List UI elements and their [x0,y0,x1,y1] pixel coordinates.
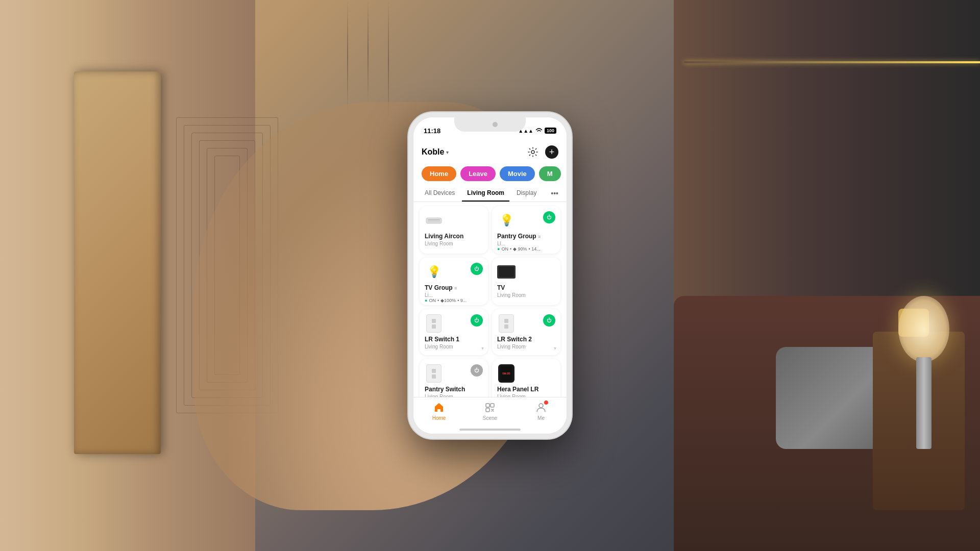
aircon-room: Living Room [425,241,483,246]
aircon-icon [425,211,443,230]
status-time: 11:18 [424,127,440,135]
expand-icon: ▾ [481,345,484,351]
device-card-tv-group[interactable]: 💡 TV Group ≡ Li... ●ON •◆100%• [420,258,488,305]
tab-bar: All Devices Living Room Display ••• [413,185,567,202]
battery-icon: 100 [545,128,556,134]
svg-rect-3 [428,221,440,222]
pantry-group-room: Li... [497,241,555,246]
pantry-group-name: Pantry Group ≡ [497,233,555,240]
scene-movie-button[interactable]: Movie [500,166,535,181]
hera-panel-name: Hera Panel LR [497,386,555,393]
aircon-name: Living Aircon [425,233,483,240]
device-card-lr-switch-1[interactable]: LR Switch 1 Living Room ▾ [420,309,488,355]
tv-group-status: ●ON •◆100%• 9... [425,298,483,303]
device-card-living-aircon[interactable]: Living Aircon Living Room [420,206,488,254]
scene-leave-button[interactable]: Leave [460,166,496,181]
phone-screen: Koble ▾ + Home Leave Movie [413,140,567,434]
device-grid: Living Aircon Living Room 💡 [413,202,567,409]
settings-button[interactable] [526,145,540,159]
lr-switch-1-icon [425,314,443,333]
pantry-switch-power-button[interactable] [471,364,483,377]
tv-group-power-button[interactable] [471,263,483,275]
device-card-tv[interactable]: TV Living Room [492,258,560,305]
tv-name: TV [497,284,555,291]
status-icons: ▲▲▲ 100 [518,128,556,134]
lr-switch-2-name: LR Switch 2 [497,336,555,343]
pantry-group-status: ●ON •◆ 90%• 14... [497,246,555,252]
lr-switch-2-power-button[interactable] [543,314,555,327]
tv-icon [497,263,516,281]
nav-home[interactable]: Home [413,402,464,421]
home-icon [433,402,445,414]
tv-group-room: Li... [425,292,483,298]
hera-panel-icon: 06:30 [497,364,516,383]
expand-icon-2: ▾ [554,345,556,351]
led-strip [684,61,980,63]
tv-group-icon: 💡 [425,263,443,281]
app-header: Koble ▾ + [413,140,567,163]
lr-switch-1-power-button[interactable] [471,314,483,327]
lr-switch-1-room: Living Room [425,344,483,349]
phone-frame: 11:18 ▲▲▲ 100 Koble ▾ [408,112,572,439]
device-card-pantry-group[interactable]: 💡 Pantry Group ≡ Li... ●ON •◆ [492,206,560,254]
svg-rect-6 [486,408,489,412]
add-button[interactable]: + [545,145,558,159]
wall-door [74,71,161,454]
pantry-switch-name: Pantry Switch [425,386,483,393]
scene-home-button[interactable]: Home [422,166,456,181]
lamp-base [916,357,932,449]
tv-room: Living Room [497,292,555,298]
tab-display[interactable]: Display [511,185,542,202]
tab-all-devices[interactable]: All Devices [420,185,460,202]
svg-rect-5 [491,404,494,407]
nav-scene[interactable]: Scene [464,402,516,421]
phone-notch [454,117,526,132]
svg-rect-2 [428,219,440,220]
me-icon [535,402,547,414]
wifi-icon [535,128,543,134]
svg-rect-4 [486,404,489,407]
nav-home-label: Home [432,415,446,421]
tv-group-name: TV Group ≡ [425,284,483,291]
chandelier-wire-2 [368,0,369,102]
nav-me-label: Me [537,415,545,421]
device-card-lr-switch-2[interactable]: LR Switch 2 Living Room ▾ [492,309,560,355]
phone-wrapper: 11:18 ▲▲▲ 100 Koble ▾ [408,112,572,439]
scene-icon [484,402,496,414]
lr-switch-1-name: LR Switch 1 [425,336,483,343]
header-right: + [526,145,558,159]
front-camera [493,122,498,127]
scene-bar: Home Leave Movie M [413,163,567,185]
home-indicator [459,429,521,431]
notification-badge [544,400,549,405]
lr-switch-2-room: Living Room [497,344,555,349]
svg-rect-1 [426,218,442,223]
lamp-shade [898,296,949,362]
svg-point-0 [531,151,534,154]
nav-me[interactable]: Me [516,402,567,421]
lr-switch-2-icon [497,314,516,333]
svg-point-7 [539,404,543,408]
app-title: Koble [422,147,444,157]
scene-m-button[interactable]: M [539,166,561,181]
chevron-down-icon[interactable]: ▾ [446,149,449,155]
pantry-group-icon: 💡 [497,211,516,230]
tab-living-room[interactable]: Living Room [462,185,509,202]
tab-more-button[interactable]: ••• [549,185,560,202]
pantry-group-power-button[interactable] [543,211,555,223]
pantry-switch-icon [425,364,443,383]
nav-scene-label: Scene [483,415,497,421]
header-left: Koble ▾ [422,147,449,157]
chandelier-wire [347,0,348,112]
